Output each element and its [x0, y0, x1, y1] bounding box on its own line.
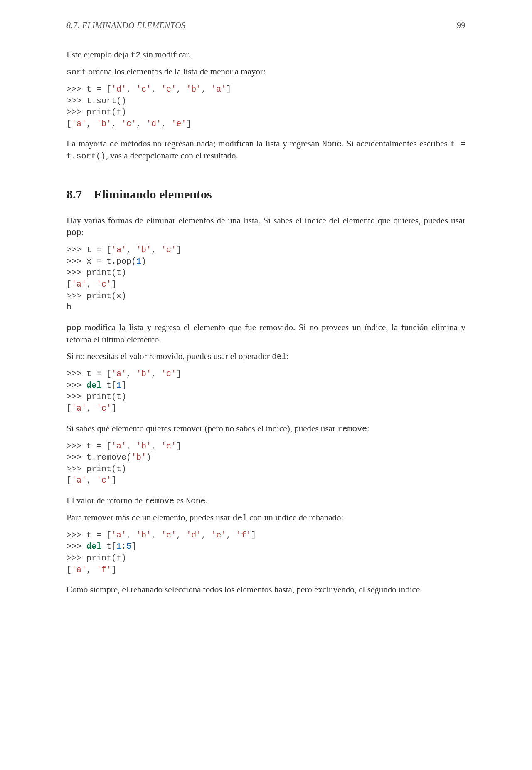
text: Para remover más de un elemento, puedes … — [66, 513, 232, 522]
paragraph: Para remover más de un elemento, puedes … — [66, 512, 466, 524]
sep: , — [86, 404, 96, 413]
sep: , — [126, 84, 136, 94]
text: sin modificar. — [140, 50, 191, 59]
string-literal: 'c' — [161, 369, 176, 379]
paragraph: Hay varias formas de eliminar elementos … — [66, 215, 466, 238]
paragraph: Si sabes qué elemento quieres remover (p… — [66, 423, 466, 435]
section-title-text: Eliminando elementos — [94, 187, 212, 201]
text: . — [205, 495, 207, 505]
code-text: >>> print(t) — [66, 392, 126, 401]
code-text: >>> print(t) — [66, 107, 126, 117]
code-text: ] — [121, 381, 126, 390]
sep: , — [126, 245, 136, 255]
section-number: 8.7 — [66, 187, 82, 201]
code-text: ] — [131, 542, 136, 551]
text: con un índice de rebanado: — [247, 513, 344, 522]
code-text: [ — [66, 404, 71, 413]
page-number: 99 — [457, 20, 466, 31]
string-literal: 'a' — [211, 84, 226, 94]
code-block: >>> t = ['a', 'b', 'c'] >>> t.remove('b'… — [66, 441, 466, 486]
code-text: [ — [66, 280, 71, 289]
code-block: >>> t = ['d', 'c', 'e', 'b', 'a'] >>> t.… — [66, 84, 466, 129]
string-literal: 'd' — [146, 119, 161, 129]
sep: , — [126, 530, 136, 540]
string-literal: 'b' — [186, 84, 201, 94]
text: : — [81, 227, 84, 237]
sep: , — [151, 369, 161, 379]
string-literal: 'c' — [161, 441, 176, 451]
string-literal: 'a' — [71, 280, 86, 289]
paragraph: Si no necesitas el valor removido, puede… — [66, 350, 466, 362]
code-text: ] — [176, 369, 181, 379]
text: Este ejemplo deja — [66, 50, 131, 59]
sep: , — [151, 441, 161, 451]
code-text: ] — [226, 84, 231, 94]
string-literal: 'c' — [161, 530, 176, 540]
text: : — [367, 423, 369, 433]
string-literal: 'd' — [186, 530, 201, 540]
code-text: >>> t = [ — [66, 530, 111, 540]
section-heading: 8.7Eliminando elementos — [66, 186, 466, 203]
sep: , — [176, 530, 186, 540]
number-literal: 1 — [116, 542, 121, 551]
sep: , — [151, 530, 161, 540]
string-literal: 'b' — [136, 369, 151, 379]
inline-code: None — [186, 496, 205, 506]
code-text: >>> x = t.pop( — [66, 257, 136, 266]
code-block: >>> t = ['a', 'b', 'c'] >>> x = t.pop(1)… — [66, 244, 466, 313]
inline-code: pop — [66, 228, 81, 238]
string-literal: 'b' — [136, 530, 151, 540]
sep: , — [201, 530, 211, 540]
code-text: >>> t = [ — [66, 84, 111, 94]
code-text: ] — [186, 119, 191, 129]
text: , vas a decepcionarte con el resultado. — [106, 151, 238, 161]
code-block: >>> t = ['a', 'b', 'c'] >>> del t[1] >>>… — [66, 368, 466, 414]
sep: , — [86, 280, 96, 289]
code-text: [ — [66, 565, 71, 574]
text: es — [174, 495, 186, 505]
sep: , — [86, 475, 96, 485]
inline-code: remove — [337, 424, 367, 434]
string-literal: 'e' — [171, 119, 186, 129]
code-text: ] — [111, 475, 116, 485]
paragraph: sort ordena los elementos de la lista de… — [66, 66, 466, 78]
code-text: >>> print(t) — [66, 268, 126, 277]
paragraph: Este ejemplo deja t2 sin modificar. — [66, 49, 466, 61]
string-literal: 'c' — [96, 280, 111, 289]
code-text: ] — [111, 565, 116, 574]
code-text: >>> t.sort() — [66, 96, 126, 106]
string-literal: 'a' — [71, 565, 86, 574]
string-literal: 'c' — [96, 475, 111, 485]
string-literal: 'e' — [161, 84, 176, 94]
number-literal: 1 — [136, 257, 141, 266]
inline-code: pop — [66, 323, 81, 333]
code-text: ] — [176, 441, 181, 451]
code-text: t[ — [101, 542, 116, 551]
string-literal: 'e' — [211, 530, 226, 540]
text: El valor de retorno de — [66, 495, 145, 505]
sep: , — [151, 245, 161, 255]
inline-code: t2 — [131, 50, 141, 60]
sep: , — [86, 119, 96, 129]
string-literal: 'f' — [236, 530, 251, 540]
code-text: ] — [111, 280, 116, 289]
page-header: 8.7. ELIMINANDO ELEMENTOS 99 — [66, 20, 466, 31]
number-literal: 1 — [116, 381, 121, 390]
paragraph: El valor de retorno de remove es None. — [66, 495, 466, 507]
sep: , — [161, 119, 171, 129]
string-literal: 'd' — [111, 84, 126, 94]
code-text: >>> print(t) — [66, 464, 126, 474]
sep: , — [86, 565, 96, 574]
code-text: ] — [176, 245, 181, 255]
code-text: [ — [66, 475, 71, 485]
code-text: >>> t = [ — [66, 245, 111, 255]
code-text: >>> t = [ — [66, 441, 111, 451]
code-text: ] — [251, 530, 256, 540]
code-text: >>> print(t) — [66, 553, 126, 563]
sep: , — [176, 84, 186, 94]
sep: , — [111, 119, 121, 129]
keyword: del — [86, 542, 101, 551]
string-literal: 'c' — [161, 245, 176, 255]
text: Como siempre, el rebanado selecciona tod… — [66, 584, 422, 594]
sep: , — [151, 84, 161, 94]
